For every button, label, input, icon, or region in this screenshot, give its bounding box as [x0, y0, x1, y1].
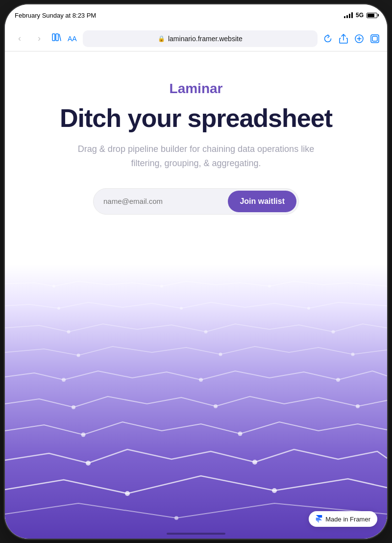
wave-visualization [5, 264, 387, 539]
url-text: laminario.framer.website [168, 35, 243, 43]
status-time: February Sunday at 8:23 PM [15, 12, 96, 19]
lock-icon: 🔒 [158, 35, 165, 42]
battery-icon [367, 13, 377, 18]
home-indicator [167, 533, 225, 535]
svg-point-19 [336, 378, 340, 382]
hero-section: Laminar Ditch your spreadsheet Drag & dr… [5, 51, 387, 215]
svg-point-6 [160, 285, 163, 288]
svg-point-28 [272, 488, 277, 493]
framer-badge-label: Made in Framer [325, 516, 370, 523]
framer-logo-icon [316, 515, 322, 523]
svg-point-10 [307, 307, 310, 310]
hero-title: Ditch your spreadsheet [24, 104, 368, 132]
svg-rect-0 [52, 34, 55, 41]
svg-point-24 [238, 432, 243, 436]
content-area: Laminar Ditch your spreadsheet Drag & dr… [5, 51, 387, 539]
aa-label[interactable]: AA [68, 35, 77, 43]
svg-point-18 [199, 378, 203, 382]
svg-rect-4 [372, 36, 377, 41]
books-icon[interactable] [52, 33, 62, 44]
waitlist-form: Join waitlist [93, 188, 299, 215]
svg-point-15 [219, 353, 222, 356]
status-icons: 5G [344, 12, 377, 19]
browser-toolbar: ‹ › AA 🔒 laminario.framer.website [5, 26, 387, 51]
svg-point-27 [125, 491, 130, 496]
svg-point-14 [77, 354, 80, 357]
url-bar[interactable]: 🔒 laminario.framer.website [83, 30, 318, 47]
join-waitlist-button[interactable]: Join waitlist [228, 191, 296, 212]
svg-point-22 [356, 404, 360, 408]
svg-point-13 [332, 330, 335, 334]
svg-point-29 [174, 516, 178, 520]
svg-point-5 [52, 285, 55, 288]
tabs-button[interactable] [370, 34, 379, 43]
svg-point-12 [204, 330, 208, 334]
svg-rect-1 [56, 34, 58, 41]
svg-point-16 [351, 353, 355, 356]
svg-point-8 [57, 307, 60, 310]
email-input[interactable] [96, 191, 228, 211]
toolbar-actions [323, 34, 379, 44]
network-type: 5G [356, 12, 364, 19]
share-button[interactable] [339, 34, 348, 44]
svg-point-26 [252, 460, 257, 465]
svg-point-7 [268, 285, 271, 288]
svg-point-23 [81, 433, 86, 437]
reload-button[interactable] [323, 34, 332, 43]
svg-point-17 [62, 378, 66, 382]
wave-section: Made in Framer [5, 264, 387, 539]
framer-badge[interactable]: Made in Framer [309, 511, 377, 527]
signal-bars-icon [344, 12, 353, 18]
svg-point-25 [86, 461, 91, 466]
status-bar: February Sunday at 8:23 PM 5G [5, 4, 387, 26]
svg-point-20 [72, 405, 75, 409]
ipad-frame: February Sunday at 8:23 PM 5G ‹ › AA [5, 4, 387, 539]
forward-button[interactable]: › [32, 32, 46, 46]
svg-point-11 [67, 330, 71, 334]
svg-point-21 [214, 404, 218, 408]
svg-point-9 [180, 307, 183, 310]
brand-name: Laminar [24, 81, 368, 97]
add-tab-button[interactable] [355, 34, 364, 43]
hero-subtitle: Drag & drop pipeline builder for chainin… [69, 142, 323, 171]
back-button[interactable]: ‹ [13, 32, 26, 46]
